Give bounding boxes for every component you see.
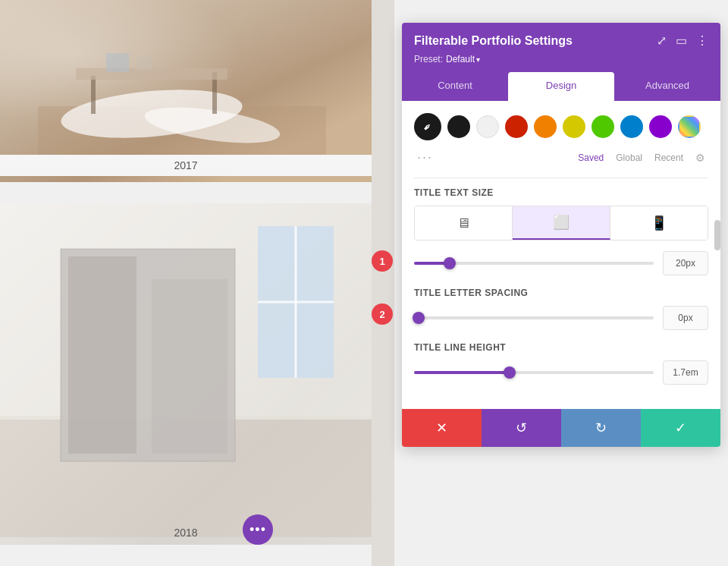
svg-rect-15 [152, 279, 228, 454]
preset-tab-global[interactable]: Global [616, 153, 642, 163]
slider-fill-line-height [414, 371, 510, 374]
undo-button[interactable]: ↺ [482, 409, 561, 447]
more-dots-icon[interactable]: ··· [417, 149, 433, 165]
title-line-height-slider-row: 1.7em [414, 360, 708, 385]
title-text-size-slider[interactable] [414, 256, 654, 271]
svg-rect-7 [136, 57, 152, 71]
device-desktop-button[interactable]: 🖥 [415, 206, 513, 240]
title-text-size-value[interactable]: 20px [663, 251, 708, 275]
save-icon: ✓ [675, 420, 686, 436]
expand-icon[interactable]: ⤢ [657, 33, 667, 48]
slider-track-text-size [414, 262, 654, 265]
svg-rect-5 [76, 68, 228, 80]
portfolio-item-2017: 2017 [0, 0, 372, 182]
panel-title: Filterable Portfolio Settings [414, 34, 573, 48]
color-swatch-black[interactable] [447, 115, 470, 138]
slider-track-letter-spacing [414, 316, 654, 319]
title-line-height-value[interactable]: 1.7em [663, 360, 708, 385]
portfolio-area: 2017 2018 ••• [0, 0, 379, 566]
step-1-indicator: 1 [372, 250, 393, 272]
panel-header-icons: ⤢ ▭ ⋮ [657, 33, 708, 48]
title-letter-spacing-slider[interactable] [414, 310, 654, 325]
portfolio-item-2018: 2018 [0, 203, 372, 545]
chevron-down-icon: ▾ [476, 55, 480, 64]
redo-icon: ↻ [595, 420, 607, 436]
device-row: 🖥 ⬜ 📱 [414, 206, 708, 241]
panel-tabs: Content Design Advanced [402, 72, 720, 101]
svg-rect-14 [68, 256, 136, 454]
preset-gear-icon[interactable]: ⚙ [695, 152, 705, 164]
year-2017-label: 2017 [0, 155, 372, 176]
tab-content[interactable]: Content [402, 72, 508, 101]
save-button[interactable]: ✓ [641, 409, 720, 447]
color-swatch-green[interactable] [592, 115, 614, 138]
device-mobile-button[interactable]: 📱 [610, 206, 708, 240]
title-text-size-label: Title Text Size [414, 187, 708, 198]
title-letter-spacing-label: Title Letter Spacing [414, 288, 708, 298]
year-2018-label: 2018 [0, 527, 372, 539]
eyedropper-icon: ✒ [420, 119, 435, 134]
step-2-indicator: 2 [372, 303, 393, 325]
three-dots-button[interactable]: ••• [243, 514, 273, 545]
preset-tab-recent[interactable]: Recent [654, 153, 683, 163]
color-section: ✒ [414, 113, 708, 140]
preset-label: Preset: [414, 54, 443, 64]
columns-icon[interactable]: ▭ [676, 33, 687, 48]
preset-dropdown[interactable]: Default ▾ [446, 54, 480, 64]
art-piece-background [0, 203, 372, 545]
tablet-icon: ⬜ [553, 214, 570, 231]
device-tablet-button[interactable]: ⬜ [513, 206, 610, 240]
color-swatch-blue[interactable] [620, 115, 643, 138]
slider-thumb-letter-spacing[interactable] [413, 312, 425, 324]
tab-design[interactable]: Design [508, 72, 614, 101]
desktop-icon: 🖥 [457, 215, 470, 231]
scroll-indicator[interactable] [714, 220, 720, 250]
tab-advanced[interactable]: Advanced [614, 72, 720, 101]
color-preset-row: ··· Saved Global Recent ⚙ [414, 149, 708, 165]
undo-icon: ↺ [516, 420, 527, 436]
cancel-button[interactable]: ✕ [402, 409, 482, 447]
preset-row: Preset: Default ▾ [414, 54, 708, 72]
color-swatch-yellow[interactable] [563, 115, 585, 138]
bottom-toolbar: ✕ ↺ ↻ ✓ [402, 409, 720, 447]
title-text-size-slider-row: 20px [414, 251, 708, 275]
title-line-height-label: Title Line Height [414, 342, 708, 353]
divider-1 [414, 178, 708, 178]
color-swatch-white[interactable] [476, 115, 499, 138]
three-dots-icon: ••• [249, 523, 266, 536]
svg-rect-3 [91, 76, 96, 114]
cancel-icon: ✕ [436, 420, 447, 436]
title-letter-spacing-value[interactable]: 0px [663, 306, 708, 330]
settings-panel: Filterable Portfolio Settings ⤢ ▭ ⋮ Pres… [402, 23, 720, 447]
slider-track-line-height [414, 371, 654, 374]
panel-body: ✒ ··· Saved Global Recent ⚙ Title Text S… [402, 101, 720, 409]
room-scene [0, 203, 372, 537]
title-line-height-slider[interactable] [414, 365, 654, 380]
slider-thumb-text-size[interactable] [444, 257, 456, 269]
color-swatch-purple[interactable] [649, 115, 672, 138]
eyedropper-button[interactable]: ✒ [414, 113, 441, 140]
title-letter-spacing-slider-row: 0px [414, 306, 708, 330]
mobile-icon: 📱 [651, 215, 667, 231]
svg-rect-6 [106, 53, 129, 72]
preset-tabs: Saved Global Recent ⚙ [578, 152, 705, 164]
panel-header: Filterable Portfolio Settings ⤢ ▭ ⋮ Pres… [402, 23, 720, 72]
redo-button[interactable]: ↻ [561, 409, 641, 447]
studio-scene [0, 15, 372, 167]
preset-tab-saved[interactable]: Saved [578, 153, 604, 163]
color-swatch-orange[interactable] [534, 115, 557, 138]
more-options-icon[interactable]: ⋮ [696, 33, 708, 48]
color-swatch-custom[interactable] [678, 115, 701, 138]
slider-thumb-line-height[interactable] [504, 366, 516, 379]
panel-title-row: Filterable Portfolio Settings ⤢ ▭ ⋮ [414, 33, 708, 48]
color-swatch-red[interactable] [505, 115, 528, 138]
